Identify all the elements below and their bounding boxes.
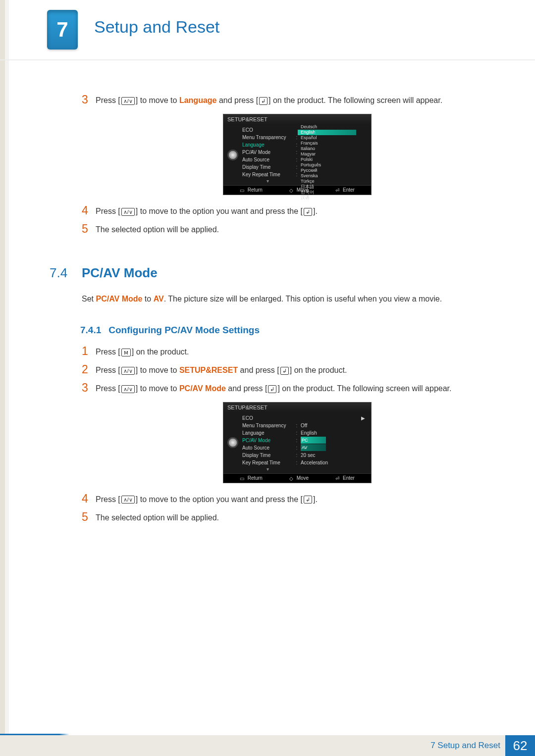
section-paragraph: Set PC/AV Mode to AV. The picture size w… — [82, 293, 513, 305]
chapter-title: Setup and Reset — [94, 17, 219, 37]
step-text: Press [∧/∨] to move to SETUP&RESET and p… — [96, 364, 513, 376]
menu-icon: ᴍ — [121, 349, 131, 356]
page-number: 62 — [505, 735, 535, 756]
osd-label: Key Repeat Time — [242, 171, 293, 178]
step-text: The selected option will be applied. — [96, 223, 513, 236]
updown-icon: ∧/∨ — [121, 97, 135, 105]
osd-label-selected: PC/AV Mode — [242, 437, 293, 444]
t: Press [ — [96, 366, 120, 374]
lang-option: Español — [298, 135, 356, 141]
lang-option: 汉语 — [298, 195, 356, 201]
t: ] to move to — [136, 384, 179, 393]
left-margin-bar — [0, 0, 5, 735]
section-title: PC/AV Mode — [82, 265, 158, 281]
osd-label: Display Time — [242, 163, 293, 171]
osd-value: English — [301, 429, 368, 437]
step-text: Press [ᴍ] on the product. — [96, 346, 513, 358]
section-number: 7.4 — [50, 265, 82, 281]
t: ] to move to — [136, 96, 179, 104]
language-highlight: Language — [179, 96, 217, 104]
step-text: Press [∧/∨] to move to the option you wa… — [96, 205, 513, 217]
osd-screenshot-pcav: SETUP&RESET ECO Menu Transparency Langua… — [223, 402, 372, 483]
lang-option-selected: English — [298, 130, 356, 135]
osd-values-col: ▶ Off English PC AV 20 sec Acceleration — [301, 414, 368, 472]
return-icon: ▭ — [240, 188, 244, 193]
osd-label: Auto Source — [242, 156, 293, 163]
t: ] on the product. The following screen w… — [268, 96, 442, 104]
pcav-option-av: AV — [301, 444, 326, 451]
step-text: The selected option will be applied. — [96, 511, 513, 524]
osd-menu-labels: ECO Menu Transparency Language PC/AV Mod… — [242, 414, 293, 472]
osd-label: Menu Transparency — [242, 422, 293, 429]
lang-option: Русский — [298, 168, 356, 173]
osd-label: ECO — [242, 126, 293, 134]
gear-icon — [227, 150, 238, 160]
updown-icon: ∧/∨ — [121, 496, 135, 504]
step-number: 3 — [82, 94, 96, 106]
enter-icon: ↲ — [268, 385, 276, 393]
move-icon: ◇ — [289, 188, 293, 193]
page-footer: 7 Setup and Reset 62 — [0, 735, 535, 756]
osd-enter-label: Enter — [343, 475, 355, 481]
lang-option: Français — [298, 141, 356, 146]
t: . The picture size will be enlarged. Thi… — [164, 295, 442, 303]
step-number: 5 — [82, 511, 96, 524]
header-divider — [0, 59, 535, 60]
enter-icon: ⏎ — [335, 476, 339, 481]
chevron-down-icon: ▾ — [242, 178, 293, 184]
footer-crumbs: 7 Setup and Reset — [430, 741, 500, 751]
osd-pcav-options: PC AV — [301, 437, 368, 452]
step-text: Press [∧/∨] to move to PC/AV Mode and pr… — [96, 382, 513, 395]
subsection-title: Configuring PC/AV Mode Settings — [108, 325, 260, 335]
osd-move-label: Move — [297, 475, 309, 481]
updown-icon: ∧/∨ — [121, 367, 135, 375]
lang-option: 한국어 — [298, 190, 356, 195]
lang-option: Magyar — [298, 151, 356, 157]
step-number: 4 — [82, 205, 96, 217]
step-number: 5 — [82, 223, 96, 236]
step-number: 4 — [82, 493, 96, 505]
osd-return-label: Return — [248, 187, 263, 193]
updown-icon: ∧/∨ — [121, 208, 135, 216]
lang-option: 日本語 — [298, 184, 356, 190]
chapter-number-badge: 7 — [47, 10, 78, 50]
osd-title: SETUP&RESET — [223, 114, 371, 124]
lang-option: Português — [298, 162, 356, 168]
updown-icon: ∧/∨ — [121, 385, 135, 393]
osd-value: Off — [301, 422, 368, 429]
pcav-option-pc: PC — [301, 437, 326, 444]
t: Press [ — [96, 495, 120, 504]
left-margin-bar-light — [5, 0, 9, 735]
lang-option: Deutsch — [298, 124, 356, 130]
osd-label: Menu Transparency — [242, 134, 293, 141]
section-heading: 7.4 PC/AV Mode — [50, 265, 513, 281]
gear-icon — [227, 437, 238, 448]
return-icon: ▭ — [240, 476, 244, 481]
osd-screenshot-language: SETUP&RESET ECO Menu Transparency Langua… — [223, 114, 372, 195]
move-icon: ◇ — [289, 476, 293, 481]
t: ] on the product. — [132, 348, 189, 356]
osd-title: SETUP&RESET — [223, 403, 371, 412]
t: ] to move to the option you want and pre… — [136, 495, 303, 504]
av-highlight: AV — [154, 295, 164, 303]
t: to — [142, 295, 153, 303]
subsection-heading: 7.4.1Configuring PC/AV Mode Settings — [80, 325, 513, 336]
osd-label: Display Time — [242, 452, 293, 459]
step-number: 2 — [82, 364, 96, 376]
t: ] to move to — [136, 366, 179, 374]
lang-option: Türkçe — [298, 179, 356, 184]
t: Press [ — [96, 96, 120, 104]
lang-option: Italiano — [298, 146, 356, 151]
subsection-number: 7.4.1 — [80, 325, 101, 335]
osd-label: Auto Source — [242, 444, 293, 452]
t: ] to move to the option you want and pre… — [136, 207, 303, 215]
step-number: 1 — [82, 346, 96, 358]
enter-icon: ↲ — [280, 367, 289, 375]
t: and press [ — [216, 96, 258, 104]
osd-footer: ▭ Return ◇ Move ⏎ Enter — [223, 473, 371, 483]
enter-icon: ↲ — [259, 97, 268, 105]
osd-value: 20 sec — [301, 452, 368, 459]
t: ] on the product. The following screen w… — [277, 384, 451, 393]
step-number: 3 — [82, 382, 96, 395]
setup-reset-highlight: SETUP&RESET — [179, 366, 238, 374]
